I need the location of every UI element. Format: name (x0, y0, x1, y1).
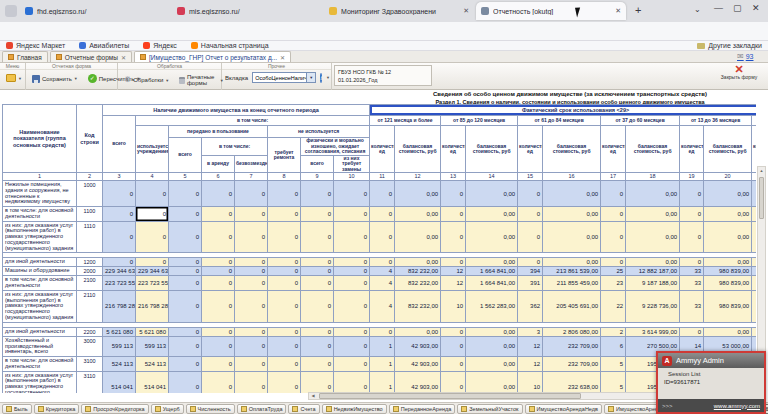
cell-2100-col20[interactable]: 980 839,00 (704, 276, 752, 291)
cell-1000-col18[interactable]: 0,00 (626, 181, 680, 207)
cell-1100-col11[interactable]: 0 (370, 207, 395, 222)
tab-select-combobox[interactable]: ОсобоЦенноеНаличие▼ (252, 72, 316, 83)
cell-2100-col17[interactable]: 23 (601, 276, 626, 291)
cell-1200-col6[interactable]: 0 (202, 258, 235, 267)
new-tab-button[interactable]: + (635, 4, 641, 16)
cell-2100-col21[interactable]: 0 (752, 276, 756, 291)
cell-2100-col6[interactable]: 0 (202, 276, 235, 291)
cell-1100-col21[interactable]: 0 (752, 207, 756, 222)
cell-2110-col12[interactable]: 832 232,00 (395, 290, 441, 322)
cell-1100-col13[interactable]: 0 (441, 207, 466, 222)
cell-1110-col13[interactable]: 0 (441, 221, 466, 253)
app-tab-2[interactable]: Отчетные формы✕ (50, 51, 132, 62)
cell-2000-col12[interactable]: 832 232,00 (395, 267, 441, 276)
cell-1000-col9[interactable]: 0 (301, 181, 334, 207)
cell-3000-col7[interactable]: 0 (235, 336, 268, 356)
cell-2100-col8[interactable]: 0 (268, 276, 301, 291)
cell-2200-col7[interactable]: 0 (235, 327, 268, 336)
cell-2000-col11[interactable]: 4 (370, 267, 395, 276)
cell-2110-col16[interactable]: 205 405 691,00 (543, 290, 601, 322)
cell-2000-col20[interactable]: 980 839,00 (704, 267, 752, 276)
cell-3000-col6[interactable]: 0 (202, 336, 235, 356)
cell-2000-col9[interactable]: 0 (301, 267, 334, 276)
cell-2000-col5[interactable]: 0 (169, 267, 202, 276)
cell-2110-col14[interactable]: 1 562 283,00 (466, 290, 518, 322)
cell-1100-col4[interactable]: 0 (136, 207, 169, 222)
print-forms-button[interactable]: Печатные формы▼ (176, 72, 226, 88)
cell-3000-col10[interactable]: 0 (334, 336, 370, 356)
ammyy-title-bar[interactable]: A Ammyy Admin (658, 353, 764, 368)
cell-2200-col17[interactable]: 2 (601, 327, 626, 336)
cell-1200-col9[interactable]: 0 (301, 258, 334, 267)
cell-1200-col7[interactable]: 0 (235, 258, 268, 267)
cell-1100-col3[interactable]: 0 (103, 207, 136, 222)
cell-1200-col21[interactable]: 0 (752, 258, 756, 267)
cell-3100-col13[interactable]: 0 (441, 357, 466, 372)
cell-2100-col19[interactable]: 33 (680, 276, 704, 291)
cell-3110-col8[interactable]: 0 (268, 371, 301, 393)
cell-2000-col18[interactable]: 12 882 187,00 (626, 267, 680, 276)
cell-3110-col7[interactable]: 0 (235, 371, 268, 393)
cell-2110-col15[interactable]: 362 (518, 290, 543, 322)
cell-3110-col11[interactable]: 1 (370, 371, 395, 393)
cell-1110-col19[interactable]: 0 (680, 221, 704, 253)
cell-3000-col17[interactable]: 6 (601, 336, 626, 356)
cell-1110-col5[interactable]: 0 (169, 221, 202, 253)
cell-1000-col3[interactable]: 0 (103, 181, 136, 207)
cell-1000-col5[interactable]: 0 (169, 181, 202, 207)
cell-1100-col20[interactable]: 0,00 (704, 207, 752, 222)
cell-1100-col5[interactable]: 0 (169, 207, 202, 222)
cell-1000-col21[interactable]: 0 (752, 181, 756, 207)
cell-2100-col14[interactable]: 1 664 841,00 (466, 276, 518, 291)
cell-1000-col15[interactable]: 0 (518, 181, 543, 207)
cell-3100-col14[interactable]: 0,00 (466, 357, 518, 372)
app-tab-3[interactable]: [Имущество_ГНР] Отчет о результатах д...… (134, 51, 291, 62)
cell-2200-col21[interactable]: 0 (752, 327, 756, 336)
cell-3100-col4[interactable]: 524 113 (136, 357, 169, 372)
cell-2110-col11[interactable]: 4 (370, 290, 395, 322)
cell-2200-col19[interactable]: 0 (680, 327, 704, 336)
cell-1000-col11[interactable]: 0 (370, 181, 395, 207)
cell-3100-col15[interactable]: 12 (518, 357, 543, 372)
cell-3110-col17[interactable]: 5 (601, 371, 626, 393)
cell-1200-col17[interactable]: 0 (601, 258, 626, 267)
cell-1100-col16[interactable]: 0,00 (543, 207, 601, 222)
cell-1200-col10[interactable]: 0 (334, 258, 370, 267)
sheet-tab-9[interactable]: ПереданноеАренда (389, 404, 456, 414)
cell-3100-col5[interactable]: 0 (169, 357, 202, 372)
sheet-tab-11[interactable]: ИмуществоАрендаНедв (525, 404, 602, 414)
cell-2000-col6[interactable]: 0 (202, 267, 235, 276)
cell-1200-col14[interactable]: 0,00 (466, 258, 518, 267)
cell-2100-col12[interactable]: 832 232,00 (395, 276, 441, 291)
cell-1110-col14[interactable]: 0,00 (466, 221, 518, 253)
cell-3100-col16[interactable]: 232 709,00 (543, 357, 601, 372)
mail-link[interactable]: ✉93 (737, 52, 754, 61)
cell-1110-col7[interactable]: 0 (235, 221, 268, 253)
cell-1110-col15[interactable]: 0 (518, 221, 543, 253)
cell-2200-col3[interactable]: 5 621 080 (103, 327, 136, 336)
cell-1200-col16[interactable]: 0,00 (543, 258, 601, 267)
cell-1200-col13[interactable]: 0 (441, 258, 466, 267)
cell-1100-col10[interactable]: 0 (334, 207, 370, 222)
cell-1100-col8[interactable]: 0 (268, 207, 301, 222)
cell-2200-col16[interactable]: 2 806 080,00 (543, 327, 601, 336)
cell-1000-col17[interactable]: 0 (601, 181, 626, 207)
cell-2100-col7[interactable]: 0 (235, 276, 268, 291)
cell-2110-col7[interactable]: 0 (235, 290, 268, 322)
cell-2000-col16[interactable]: 213 861 539,00 (543, 267, 601, 276)
cell-2200-col14[interactable]: 0,00 (466, 327, 518, 336)
cell-3110-col14[interactable]: 0,00 (466, 371, 518, 393)
cell-1100-col17[interactable]: 0 (601, 207, 626, 222)
close-icon[interactable]: ✕ (121, 54, 126, 61)
cell-1200-col8[interactable]: 0 (268, 258, 301, 267)
cell-2110-col8[interactable]: 0 (268, 290, 301, 322)
cell-2110-col21[interactable]: 0 (752, 290, 756, 322)
cell-2110-col17[interactable]: 22 (601, 290, 626, 322)
bookmark-item-1[interactable]: Яндекс Маркет (6, 42, 65, 49)
cell-1110-col10[interactable]: 0 (334, 221, 370, 253)
cell-2110-col18[interactable]: 9 228 736,00 (626, 290, 680, 322)
cell-1200-col3[interactable]: 0 (103, 258, 136, 267)
browser-tab-2[interactable]: mis.egisznso.ru/ (172, 2, 322, 20)
firefox-view-icon[interactable] (5, 5, 17, 17)
close-icon[interactable]: ✕ (463, 7, 469, 15)
